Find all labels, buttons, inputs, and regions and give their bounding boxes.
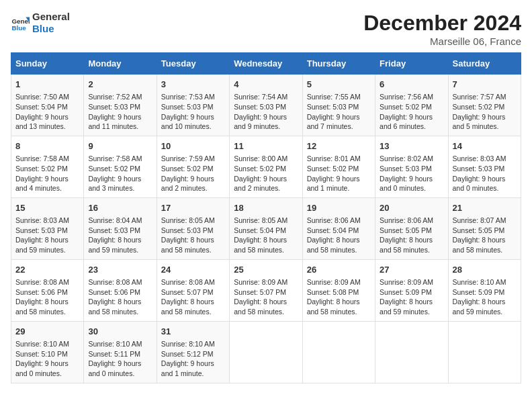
cell-info-line: and 0 minutes.	[88, 369, 152, 379]
calendar-cell	[375, 321, 448, 383]
cell-info-line: Sunset: 5:03 PM	[88, 226, 152, 236]
logo: General Blue General Blue	[11, 11, 70, 35]
calendar-cell	[448, 321, 521, 383]
cell-info-line: Daylight: 9 hours	[15, 359, 79, 369]
svg-text:Blue: Blue	[11, 24, 26, 32]
cell-info-line: Daylight: 9 hours	[88, 359, 152, 369]
calendar-cell: 13Sunrise: 8:02 AMSunset: 5:03 PMDayligh…	[375, 136, 448, 197]
cell-info-line: Daylight: 9 hours	[453, 174, 517, 184]
cell-info-line: and 1 minute.	[307, 183, 371, 193]
cell-info-line: and 3 minutes.	[88, 183, 152, 193]
cell-info-line: Sunset: 5:05 PM	[453, 226, 517, 236]
calendar-week-row: 1Sunrise: 7:50 AMSunset: 5:04 PMDaylight…	[11, 75, 521, 136]
cell-info-line: and 58 minutes.	[88, 307, 152, 317]
day-number: 11	[234, 140, 298, 152]
calendar-cell: 18Sunrise: 8:05 AMSunset: 5:04 PMDayligh…	[230, 197, 302, 259]
calendar-cell: 19Sunrise: 8:06 AMSunset: 5:04 PMDayligh…	[302, 197, 375, 259]
cell-info-line: Sunset: 5:05 PM	[380, 226, 443, 236]
cell-info-line: and 6 minutes.	[380, 122, 443, 132]
cell-info-line: Sunrise: 8:10 AM	[161, 339, 225, 349]
cell-info-line: and 5 minutes.	[453, 122, 517, 132]
calendar-cell: 5Sunrise: 7:55 AMSunset: 5:03 PMDaylight…	[302, 75, 375, 136]
calendar-table: SundayMondayTuesdayWednesdayThursdayFrid…	[11, 52, 521, 383]
cell-info-line: Sunset: 5:02 PM	[307, 164, 371, 174]
cell-info-line: Daylight: 9 hours	[234, 174, 298, 184]
cell-info-line: Sunrise: 7:55 AM	[307, 92, 371, 102]
cell-info-line: Sunset: 5:06 PM	[88, 287, 152, 298]
calendar-cell: 25Sunrise: 8:09 AMSunset: 5:07 PMDayligh…	[230, 259, 302, 321]
cell-info-line: Sunset: 5:03 PM	[15, 226, 79, 236]
cell-info-line: Daylight: 9 hours	[15, 112, 79, 122]
cell-info-line: Sunrise: 7:53 AM	[161, 92, 225, 102]
cell-info-line: Daylight: 8 hours	[234, 297, 298, 307]
cell-info-line: and 58 minutes.	[307, 307, 371, 317]
cell-info-line: Daylight: 8 hours	[307, 297, 371, 307]
cell-info-line: Daylight: 9 hours	[88, 174, 152, 184]
cell-info-line: and 58 minutes.	[234, 307, 298, 317]
calendar-cell: 26Sunrise: 8:09 AMSunset: 5:08 PMDayligh…	[302, 259, 375, 321]
cell-info-line: Sunrise: 7:52 AM	[88, 92, 152, 102]
cell-info-line: Sunset: 5:06 PM	[15, 287, 79, 298]
page-title: December 2024	[363, 11, 521, 36]
cell-info-line: Sunrise: 8:10 AM	[15, 339, 79, 349]
weekday-header-sunday: Sunday	[11, 53, 84, 75]
cell-info-line: Sunrise: 8:08 AM	[15, 277, 79, 287]
weekday-header-tuesday: Tuesday	[157, 53, 229, 75]
cell-info-line: Sunset: 5:03 PM	[161, 226, 225, 236]
day-number: 31	[161, 326, 225, 338]
calendar-cell: 17Sunrise: 8:05 AMSunset: 5:03 PMDayligh…	[157, 197, 229, 259]
cell-info-line: Sunrise: 8:09 AM	[380, 277, 443, 287]
cell-info-line: Sunset: 5:03 PM	[307, 102, 371, 112]
cell-info-line: Sunset: 5:03 PM	[234, 102, 298, 112]
cell-info-line: Sunset: 5:07 PM	[234, 287, 298, 298]
day-number: 18	[234, 202, 298, 214]
cell-info-line: and 13 minutes.	[15, 122, 79, 132]
cell-info-line: and 58 minutes.	[234, 245, 298, 255]
cell-info-line: Sunrise: 8:09 AM	[234, 277, 298, 287]
calendar-cell: 14Sunrise: 8:03 AMSunset: 5:03 PMDayligh…	[448, 136, 521, 197]
cell-info-line: Daylight: 8 hours	[15, 235, 79, 245]
day-number: 20	[380, 202, 443, 214]
day-number: 3	[161, 79, 225, 91]
cell-info-line: Sunrise: 8:07 AM	[453, 216, 517, 226]
cell-info-line: and 7 minutes.	[307, 122, 371, 132]
cell-info-line: Daylight: 9 hours	[161, 112, 225, 122]
cell-info-line: Sunset: 5:04 PM	[234, 226, 298, 236]
calendar-cell: 7Sunrise: 7:57 AMSunset: 5:02 PMDaylight…	[448, 75, 521, 136]
cell-info-line: Daylight: 8 hours	[88, 235, 152, 245]
cell-info-line: Sunset: 5:02 PM	[15, 164, 79, 174]
cell-info-line: Daylight: 8 hours	[88, 297, 152, 307]
cell-info-line: and 58 minutes.	[380, 245, 443, 255]
cell-info-line: Sunset: 5:03 PM	[88, 102, 152, 112]
cell-info-line: and 1 minute.	[161, 369, 225, 379]
calendar-week-row: 29Sunrise: 8:10 AMSunset: 5:10 PMDayligh…	[11, 321, 521, 383]
calendar-cell: 24Sunrise: 8:08 AMSunset: 5:07 PMDayligh…	[157, 259, 229, 321]
calendar-cell: 12Sunrise: 8:01 AMSunset: 5:02 PMDayligh…	[302, 136, 375, 197]
cell-info-line: Daylight: 9 hours	[161, 359, 225, 369]
cell-info-line: Sunset: 5:07 PM	[161, 287, 225, 298]
calendar-cell	[302, 321, 375, 383]
page-subtitle: Marseille 06, France	[363, 36, 521, 47]
calendar-cell: 11Sunrise: 8:00 AMSunset: 5:02 PMDayligh…	[230, 136, 302, 197]
cell-info-line: Daylight: 9 hours	[15, 174, 79, 184]
calendar-cell: 29Sunrise: 8:10 AMSunset: 5:10 PMDayligh…	[11, 321, 84, 383]
cell-info-line: Sunrise: 8:03 AM	[15, 216, 79, 226]
calendar-cell: 21Sunrise: 8:07 AMSunset: 5:05 PMDayligh…	[448, 197, 521, 259]
cell-info-line: Daylight: 9 hours	[161, 174, 225, 184]
cell-info-line: and 0 minutes.	[380, 183, 443, 193]
cell-info-line: Sunrise: 8:09 AM	[307, 277, 371, 287]
calendar-cell: 23Sunrise: 8:08 AMSunset: 5:06 PMDayligh…	[84, 259, 157, 321]
cell-info-line: Daylight: 8 hours	[380, 297, 443, 307]
day-number: 10	[161, 140, 225, 152]
cell-info-line: Sunset: 5:03 PM	[453, 164, 517, 174]
cell-info-line: Daylight: 8 hours	[161, 235, 225, 245]
cell-info-line: and 4 minutes.	[15, 183, 79, 193]
weekday-header-row: SundayMondayTuesdayWednesdayThursdayFrid…	[11, 53, 521, 75]
cell-info-line: and 10 minutes.	[161, 122, 225, 132]
cell-info-line: Sunset: 5:02 PM	[234, 164, 298, 174]
calendar-cell: 6Sunrise: 7:56 AMSunset: 5:02 PMDaylight…	[375, 75, 448, 136]
day-number: 5	[307, 79, 371, 91]
cell-info-line: Sunrise: 8:05 AM	[161, 216, 225, 226]
calendar-cell: 2Sunrise: 7:52 AMSunset: 5:03 PMDaylight…	[84, 75, 157, 136]
logo-text-blue: Blue	[32, 23, 70, 35]
